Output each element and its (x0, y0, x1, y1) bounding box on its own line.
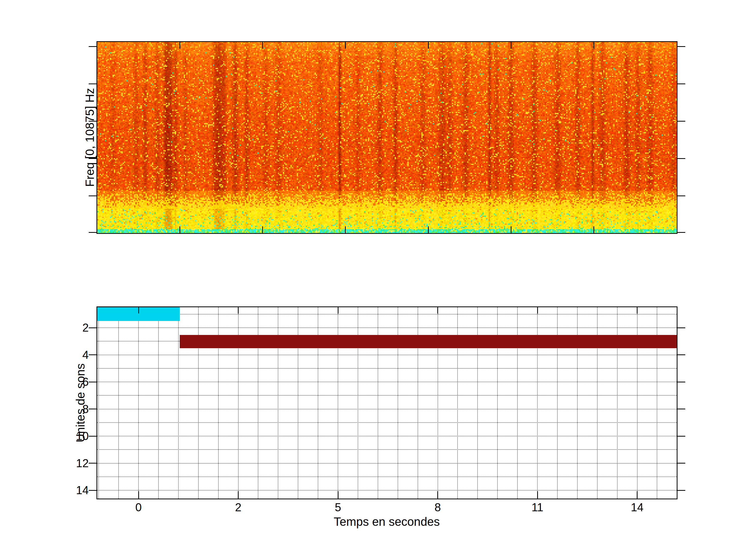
x-tick-bottom (537, 491, 538, 499)
grid-vline (138, 307, 139, 499)
y-tick-label: 4 (42, 348, 89, 362)
y-tick-right (677, 327, 685, 328)
y-tick-label: 12 (42, 456, 89, 470)
grid-hline (97, 382, 677, 382)
y-tick-label: 6 (42, 375, 89, 389)
x-tick-bottom (238, 491, 239, 499)
x-tick-top (138, 307, 139, 314)
x-tick-label: 5 (317, 500, 359, 514)
y-tick-left (89, 463, 97, 463)
spec-x-tick-bottom (262, 226, 263, 233)
barplot-axes (97, 306, 677, 499)
spec-y-tick-right (677, 158, 685, 159)
x-tick-label: 8 (417, 500, 459, 514)
x-tick-bottom (637, 491, 638, 499)
y-tick-right (677, 382, 685, 382)
spec-x-tick-top (345, 42, 346, 49)
y-tick-left (89, 327, 97, 328)
barplot-xlabel: Temps en secondes (270, 514, 504, 529)
x-tick-top (537, 307, 538, 314)
spec-x-tick-top (179, 42, 180, 49)
grid-hline (97, 449, 677, 450)
y-tick-label: 10 (42, 429, 89, 443)
y-tick-left (89, 382, 97, 382)
x-tick-top (238, 307, 239, 314)
spec-x-tick-bottom (345, 226, 346, 233)
x-tick-bottom (338, 491, 338, 499)
x-tick-label: 11 (517, 500, 558, 514)
grid-hline (97, 327, 677, 328)
spec-x-tick-top (593, 42, 594, 49)
grid-hline (97, 409, 677, 409)
spec-x-tick-top (511, 42, 512, 49)
y-tick-right (677, 463, 685, 463)
y-tick-label: 14 (42, 483, 89, 497)
x-tick-top (437, 307, 438, 314)
spec-x-tick-top (262, 42, 263, 49)
spectrogram-axes (97, 41, 677, 234)
grid-vline (98, 307, 99, 499)
spectrogram-ylabel: Freq [0, 10875] Hz (82, 21, 97, 254)
y-tick-right (677, 408, 685, 409)
grid-hline (97, 490, 677, 490)
grid-hline (97, 463, 677, 463)
spec-y-tick-right (677, 83, 685, 84)
grid-hline (97, 477, 677, 477)
y-tick-right (677, 354, 685, 355)
x-tick-label: 0 (118, 500, 159, 514)
x-tick-top (637, 307, 638, 314)
spec-y-tick-right (677, 121, 685, 122)
spec-x-tick-top (428, 42, 429, 49)
grid-hline (97, 422, 677, 423)
spectrogram-image (97, 42, 677, 233)
figure: Freq [0, 10875] Hz Unites de sons Temps … (0, 0, 747, 560)
grid-hline (97, 436, 677, 436)
grid-hline (97, 314, 677, 315)
spec-x-tick-bottom (511, 226, 512, 233)
grid-vline (118, 307, 119, 499)
y-tick-label: 2 (42, 321, 89, 335)
y-tick-left (89, 436, 97, 436)
y-tick-left (89, 408, 97, 409)
y-tick-left (89, 354, 97, 355)
grid-vline (158, 307, 159, 499)
y-tick-left (89, 490, 97, 491)
y-tick-right (677, 436, 685, 436)
grid-hline (97, 395, 677, 396)
spec-y-tick-right (677, 46, 685, 47)
x-tick-bottom (437, 491, 438, 499)
spec-x-tick-bottom (593, 226, 594, 233)
spec-y-tick-right (677, 232, 685, 233)
y-tick-label: 8 (42, 402, 89, 416)
y-tick-right (677, 490, 685, 491)
x-tick-bottom (138, 491, 139, 499)
x-tick-label: 14 (617, 500, 658, 514)
grid-hline (97, 355, 677, 355)
spec-y-tick-right (677, 195, 685, 196)
dark-red-bar (180, 335, 677, 348)
grid-vline (178, 307, 179, 499)
grid-hline (97, 368, 677, 369)
spec-x-tick-bottom (179, 226, 180, 233)
x-tick-top (338, 307, 338, 314)
x-tick-label: 2 (217, 500, 259, 514)
spec-x-tick-bottom (428, 226, 429, 233)
